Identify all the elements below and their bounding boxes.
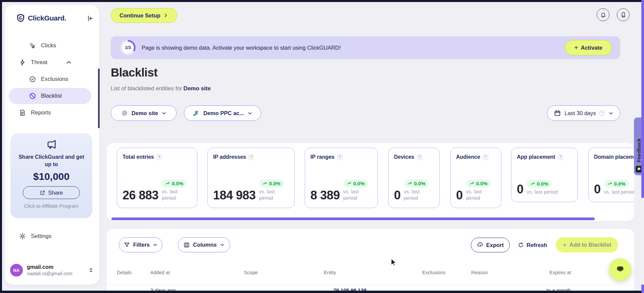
setup-progress-step: 1/3 [122, 42, 134, 54]
sidebar-collapse-icon[interactable] [87, 15, 94, 22]
activate-button[interactable]: + Activate [565, 40, 612, 55]
sidebar-item-label: Exclusions [41, 76, 68, 83]
column-header-expires-at[interactable]: Expires at [549, 270, 571, 275]
chat-bubble-icon [615, 264, 625, 275]
chevron-down-icon [608, 111, 613, 116]
document-icon [19, 109, 26, 116]
delta-note: vs. last period [604, 189, 634, 195]
chevron-down-icon [247, 111, 252, 116]
column-header-exclusions[interactable]: Exclusions [422, 270, 445, 275]
sidebar-item-threat[interactable]: Threat [19, 56, 47, 69]
delta-note: vs. last period [259, 188, 283, 201]
columns-dropdown[interactable]: Columns [178, 237, 230, 252]
sidebar-item-settings[interactable]: Settings [19, 230, 51, 243]
column-header-entity[interactable]: Entity [324, 270, 336, 275]
stat-value: 26 883 [122, 190, 158, 201]
docs-button[interactable] [617, 8, 630, 21]
sidebar-item-exclusions[interactable]: Exclusions [29, 72, 68, 86]
promo-text: Share ClickGuard and get up to [16, 153, 87, 168]
help-icon[interactable]: ? [156, 154, 162, 160]
columns-label: Columns [193, 242, 217, 248]
sidebar-item-label: Reports [31, 109, 51, 116]
refresh-button[interactable]: Refresh [518, 238, 547, 252]
refresh-label: Refresh [527, 242, 547, 248]
blocked-icon [29, 92, 36, 100]
trend-up-icon [262, 181, 267, 186]
help-icon[interactable]: ? [248, 154, 254, 160]
notifications-button[interactable] [597, 8, 609, 21]
activate-label: Activate [581, 45, 602, 51]
chat-launcher-button[interactable] [609, 258, 631, 281]
stat-value: 184 983 [213, 190, 256, 201]
sidebar-item-clicks[interactable]: Clicks [29, 39, 56, 52]
filters-dropdown[interactable]: Filters [119, 237, 162, 252]
stat-card-devices: Devices? 0 0.0% vs. last period [388, 148, 440, 208]
cell-entity: 79.105.98.138 [333, 287, 366, 291]
delta-badge: 0.0% [343, 180, 368, 187]
export-button[interactable]: Export [471, 238, 510, 252]
ppc-account-selector[interactable]: Demo PPC ac... [184, 105, 261, 121]
sidebar-scrollbar[interactable] [98, 68, 100, 128]
cell-added-at: 3 days ago [150, 287, 176, 291]
column-header-scope[interactable]: Scope [244, 270, 258, 275]
chevron-up-icon[interactable] [66, 59, 72, 65]
setup-progress-ring: 1/3 [120, 40, 136, 55]
chevron-down-icon [153, 242, 158, 247]
delta-badge: 0.0% [404, 180, 429, 187]
page-vertical-scrollbar[interactable] [641, 0, 644, 198]
plus-icon: + [574, 44, 578, 51]
help-icon[interactable]: ? [337, 154, 343, 160]
affiliate-promo-card[interactable]: Share ClickGuard and get up to $10,000 S… [10, 133, 92, 218]
continue-setup-button[interactable]: Continue Setup [111, 8, 177, 23]
site-selector-value: Demo site [132, 110, 158, 116]
page-vertical-scrollbar-segment[interactable] [641, 285, 644, 293]
column-header-reason[interactable]: Reason [471, 270, 488, 275]
sidebar-item-reports[interactable]: Reports [19, 106, 51, 119]
site-selector[interactable]: Demo site [111, 105, 177, 121]
help-icon: ? [599, 110, 605, 116]
ppc-account-value: Demo PPC ac... [203, 110, 244, 116]
cloud-download-icon [477, 242, 484, 248]
avatar: NA [10, 264, 23, 277]
chevron-right-icon [163, 13, 168, 18]
stat-label: App placement [517, 154, 555, 160]
column-header-added-at[interactable]: Added at [150, 270, 170, 275]
cell-expires-at: In a month [546, 287, 571, 291]
continue-setup-label: Continue Setup [119, 12, 160, 19]
share-button[interactable]: Share [23, 186, 80, 199]
help-icon[interactable]: ? [483, 154, 488, 160]
account-switcher[interactable]: NA gmail.com naatali.ro@gmail.com [10, 264, 94, 277]
stat-label: Audience [456, 154, 480, 160]
chevron-down-icon [220, 242, 225, 247]
column-header-details[interactable]: Details [117, 270, 132, 275]
stat-card-domain-placement: Domain placement? 0 0.0% vs. last period [588, 148, 634, 202]
delta-note: vs. last period [343, 188, 367, 201]
stat-label: IP addresses [213, 154, 246, 160]
add-to-blacklist-button[interactable]: + Add to Blacklist [556, 237, 618, 252]
export-label: Export [486, 242, 504, 248]
stat-label: Domain placement [594, 154, 634, 160]
book-icon [620, 12, 627, 18]
delta-note: vs. last period [162, 188, 186, 201]
calendar-icon [554, 109, 561, 117]
help-icon[interactable]: ? [558, 154, 563, 160]
stat-card-total-entries: Total entries? 26 883 0.0% vs. last peri… [117, 148, 197, 208]
stat-label: Total entries [122, 154, 154, 160]
chevron-down-icon [161, 111, 166, 116]
add-to-blacklist-label: Add to Blacklist [569, 242, 611, 248]
page-subtitle: List of blacklisted entities forDemo sit… [111, 85, 211, 92]
cards-horizontal-scrollbar[interactable] [111, 217, 595, 220]
columns-icon [183, 242, 190, 248]
trend-up-icon [407, 181, 412, 186]
promo-caption: Click to Affiliate Program [10, 203, 92, 209]
date-range-selector[interactable]: Last 30 days ? [547, 105, 620, 121]
filters-label: Filters [133, 242, 150, 248]
page-subtitle-text: List of blacklisted entities for [111, 85, 182, 92]
clickguard-shield-icon [16, 13, 25, 22]
delta-badge: 0.0% [466, 180, 491, 187]
demo-data-banner: 1/3 Page is showing demo data. Activate … [111, 36, 620, 59]
sidebar-item-blacklist[interactable]: Blacklist [9, 88, 91, 104]
delta-note: vs. last period [527, 189, 558, 195]
help-icon[interactable]: ? [417, 154, 423, 160]
plus-icon: + [563, 242, 567, 248]
